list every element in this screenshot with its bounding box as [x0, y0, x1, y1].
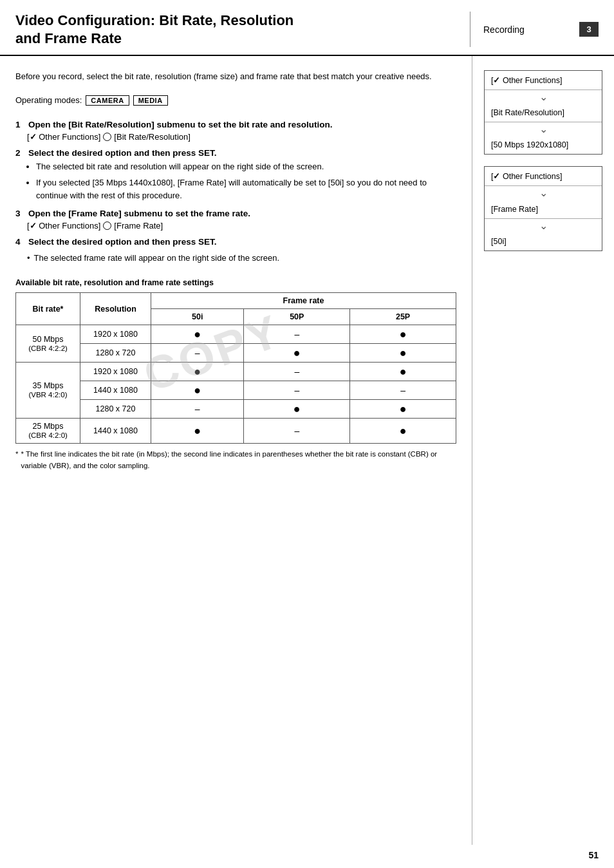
- bullet-1: The selected bit rate and resolution wil…: [36, 160, 456, 173]
- header-left: Video Configuration: Bit Rate, Resolutio…: [15, 12, 470, 47]
- step-4-number: 4: [15, 237, 24, 247]
- res-1920-1080-35: 1920 x 1080: [80, 363, 151, 381]
- cell-25mbps-1440-50p: –: [244, 419, 350, 444]
- table-row: 1280 x 720 – ● ●: [16, 400, 456, 419]
- sidebar-item-other-functions-2: [✓ Other Functions]: [485, 167, 602, 186]
- table-row: 50 Mbps(CBR 4:2:2) 1920 x 1080 ● – ●: [16, 325, 456, 344]
- page-bottom: 51: [0, 845, 614, 868]
- bitrate-50mbps: 50 Mbps(CBR 4:2:2): [16, 325, 80, 363]
- cell-35mbps-1440-50i: ●: [151, 381, 244, 400]
- steps-list: 1 Open the [Bit Rate/Resolution] submenu…: [15, 120, 456, 263]
- bitrate-35mbps: 35 Mbps(VBR 4:2:0): [16, 363, 80, 419]
- col-bitrate-header: Bit rate*: [16, 293, 80, 325]
- sidebar-arrow-3: ⌄: [485, 186, 602, 200]
- table-row: 25 Mbps(CBR 4:2:0) 1440 x 1080 ● – ●: [16, 419, 456, 444]
- after-step4-text: The selected frame rate will appear on t…: [34, 253, 280, 263]
- cell-35mbps-1920-25p: ●: [350, 363, 456, 381]
- res-1440-1080-25: 1440 x 1080: [80, 419, 151, 444]
- sidebar-arrow-1: ⌄: [485, 90, 602, 104]
- page-number: 51: [588, 850, 599, 860]
- col-50p-header: 50P: [244, 309, 350, 325]
- step-2: 2 Select the desired option and then pre…: [15, 148, 456, 202]
- cell-25mbps-1440-50i: ●: [151, 419, 244, 444]
- cell-35mbps-1280-50i: –: [151, 400, 244, 419]
- main-content: COPY Before you record, select the bit r…: [0, 56, 614, 845]
- right-sidebar: [✓ Other Functions] ⌄ [Bit Rate/Resoluti…: [472, 56, 614, 845]
- sidebar-arrow-2: ⌄: [485, 122, 602, 136]
- table-note-text: * The first line indicates the bit rate …: [21, 449, 456, 472]
- step-4-text: Select the desired option and then press…: [28, 237, 217, 247]
- bullet-2: If you selected [35 Mbps 1440x1080], [Fr…: [36, 176, 456, 202]
- sidebar-item-other-functions-1: [✓ Other Functions]: [485, 71, 602, 90]
- step-3-number: 3: [15, 209, 24, 218]
- step-1: 1 Open the [Bit Rate/Resolution] submenu…: [15, 120, 456, 142]
- page-header: Video Configuration: Bit Rate, Resolutio…: [0, 0, 614, 56]
- cell-35mbps-1280-25p: ●: [350, 400, 456, 419]
- after-step4-bullet: • The selected frame rate will appear on…: [27, 253, 456, 263]
- sidebar-group-1: [✓ Other Functions] ⌄ [Bit Rate/Resoluti…: [484, 70, 602, 155]
- col-25p-header: 25P: [350, 309, 456, 325]
- left-column: Before you record, select the bit rate, …: [0, 56, 472, 845]
- cell-50mbps-1920-50i: ●: [151, 325, 244, 344]
- intro-text: Before you record, select the bit rate, …: [15, 70, 456, 84]
- step-2-text: Select the desired option and then press…: [28, 148, 217, 158]
- res-1920-1080-50: 1920 x 1080: [80, 325, 151, 344]
- menu-circle-1: [103, 133, 111, 141]
- step-3: 3 Open the [Frame Rate] submenu to set t…: [15, 209, 456, 231]
- cell-25mbps-1440-25p: ●: [350, 419, 456, 444]
- table-note: * * The first line indicates the bit rat…: [15, 449, 456, 472]
- sidebar-arrow-4: ⌄: [485, 219, 602, 232]
- col-resolution-header: Resolution: [80, 293, 151, 325]
- sidebar-group-2: [✓ Other Functions] ⌄ [Frame Rate] ⌄ [50…: [484, 166, 602, 250]
- table-section: Available bit rate, resolution and frame…: [15, 278, 456, 472]
- step-1-text: Open the [Bit Rate/Resolution] submenu t…: [28, 120, 333, 129]
- cell-35mbps-1440-50p: –: [244, 381, 350, 400]
- table-row: 1440 x 1080 ● – –: [16, 381, 456, 400]
- cell-35mbps-1280-50p: ●: [244, 400, 350, 419]
- bit-rate-table: Bit rate* Resolution Frame rate 50i 50P …: [15, 292, 456, 444]
- camera-mode-badge: CAMERA: [86, 95, 129, 106]
- operating-modes: Operating modes: CAMERA MEDIA: [15, 95, 456, 106]
- step-2-number: 2: [15, 148, 24, 158]
- step-3-text: Open the [Frame Rate] submenu to set the…: [28, 209, 250, 218]
- media-mode-badge: MEDIA: [133, 95, 168, 106]
- res-1280-720-50: 1280 x 720: [80, 344, 151, 363]
- sidebar-item-50i: [50i]: [485, 232, 602, 250]
- res-1440-1080-35: 1440 x 1080: [80, 381, 151, 400]
- cell-50mbps-1280-50i: –: [151, 344, 244, 363]
- bit-rate-menu-label: [Bit Rate/Resolution]: [114, 132, 191, 142]
- cell-35mbps-1440-25p: –: [350, 381, 456, 400]
- cell-50mbps-1280-50p: ●: [244, 344, 350, 363]
- sidebar-item-bit-rate-resolution: [Bit Rate/Resolution]: [485, 104, 602, 122]
- page-title: Video Configuration: Bit Rate, Resolutio…: [15, 12, 457, 47]
- func-icon-3: [✓ Other Functions]: [27, 221, 100, 231]
- step-1-submenu: [✓ Other Functions] [Bit Rate/Resolution…: [27, 132, 456, 142]
- col-framerate-header: Frame rate: [151, 293, 456, 309]
- table-title: Available bit rate, resolution and frame…: [15, 278, 456, 287]
- table-row: 1280 x 720 – ● ●: [16, 344, 456, 363]
- res-1280-720-35: 1280 x 720: [80, 400, 151, 419]
- cell-35mbps-1920-50p: –: [244, 363, 350, 381]
- frame-rate-menu-label: [Frame Rate]: [114, 221, 163, 231]
- cell-50mbps-1920-50p: –: [244, 325, 350, 344]
- table-row: 35 Mbps(VBR 4:2:0) 1920 x 1080 ● – ●: [16, 363, 456, 381]
- chapter-number-badge: 3: [579, 22, 599, 37]
- sidebar-menu-box-1: [✓ Other Functions] ⌄ [Bit Rate/Resoluti…: [484, 70, 602, 155]
- sidebar-item-50mbps-1920x1080: [50 Mbps 1920x1080]: [485, 136, 602, 154]
- cell-50mbps-1920-25p: ●: [350, 325, 456, 344]
- bitrate-25mbps: 25 Mbps(CBR 4:2:0): [16, 419, 80, 444]
- step-2-bullets: The selected bit rate and resolution wil…: [36, 160, 456, 202]
- sidebar-item-frame-rate: [Frame Rate]: [485, 200, 602, 219]
- sidebar-menu-box-2: [✓ Other Functions] ⌄ [Frame Rate] ⌄ [50…: [484, 166, 602, 250]
- header-right: Recording 3: [470, 12, 599, 47]
- func-icon-1: [✓ Other Functions]: [27, 132, 100, 142]
- menu-circle-3: [103, 222, 111, 230]
- step-3-submenu: [✓ Other Functions] [Frame Rate]: [27, 221, 456, 231]
- recording-label: Recording: [483, 24, 579, 35]
- cell-50mbps-1280-25p: ●: [350, 344, 456, 363]
- page: Video Configuration: Bit Rate, Resolutio…: [0, 0, 614, 868]
- cell-35mbps-1920-50i: ●: [151, 363, 244, 381]
- step-1-number: 1: [15, 120, 24, 129]
- step-4: 4 Select the desired option and then pre…: [15, 237, 456, 247]
- col-50i-header: 50i: [151, 309, 244, 325]
